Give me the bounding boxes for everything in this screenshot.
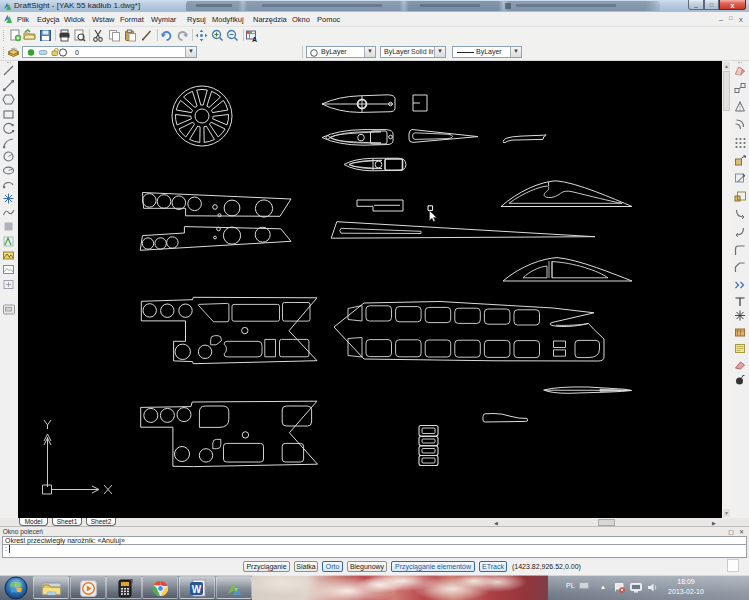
svg-text:W: W — [192, 584, 202, 595]
svg-text:A: A — [252, 36, 257, 43]
